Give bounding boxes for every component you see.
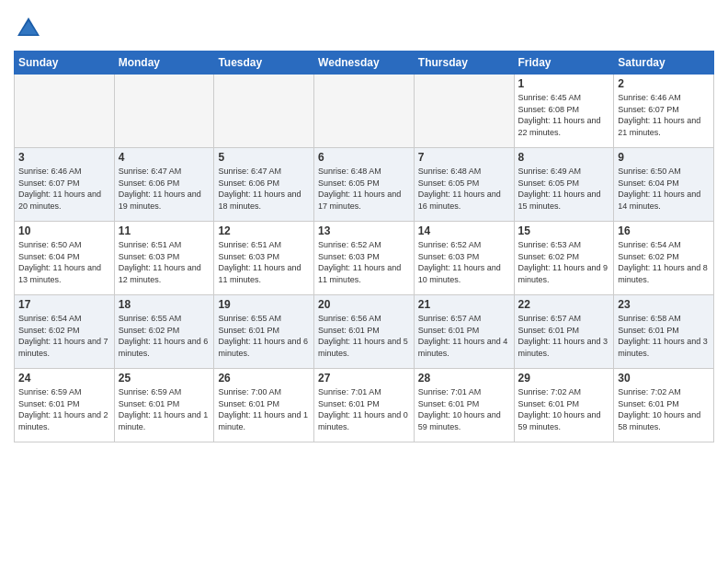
calendar-cell: 22Sunrise: 6:57 AMSunset: 6:01 PMDayligh… xyxy=(514,295,614,369)
day-info: Sunrise: 6:59 AMSunset: 6:01 PMDaylight:… xyxy=(18,386,110,432)
day-info: Sunrise: 6:50 AMSunset: 6:04 PMDaylight:… xyxy=(618,166,710,212)
header-wednesday: Wednesday xyxy=(314,52,415,75)
calendar-cell: 2Sunrise: 6:46 AMSunset: 6:07 PMDaylight… xyxy=(614,75,714,148)
header-sunday: Sunday xyxy=(15,52,115,75)
day-number: 26 xyxy=(218,372,310,385)
calendar-cell: 14Sunrise: 6:52 AMSunset: 6:03 PMDayligh… xyxy=(414,222,514,295)
calendar-cell: 29Sunrise: 7:02 AMSunset: 6:01 PMDayligh… xyxy=(514,369,614,442)
day-info: Sunrise: 6:47 AMSunset: 6:06 PMDaylight:… xyxy=(119,166,210,212)
calendar-week-5: 24Sunrise: 6:59 AMSunset: 6:01 PMDayligh… xyxy=(15,369,714,442)
header-tuesday: Tuesday xyxy=(214,52,314,75)
calendar-cell: 20Sunrise: 6:56 AMSunset: 6:01 PMDayligh… xyxy=(314,295,415,369)
logo xyxy=(14,14,47,43)
day-number: 12 xyxy=(218,224,310,237)
calendar-cell: 6Sunrise: 6:48 AMSunset: 6:05 PMDaylight… xyxy=(314,148,415,222)
day-number: 27 xyxy=(318,372,410,385)
calendar-cell: 21Sunrise: 6:57 AMSunset: 6:01 PMDayligh… xyxy=(414,295,514,369)
calendar-cell: 17Sunrise: 6:54 AMSunset: 6:02 PMDayligh… xyxy=(15,295,115,369)
day-info: Sunrise: 6:47 AMSunset: 6:06 PMDaylight:… xyxy=(218,166,310,212)
calendar-cell xyxy=(114,75,214,148)
calendar-cell: 10Sunrise: 6:50 AMSunset: 6:04 PMDayligh… xyxy=(15,222,115,295)
day-number: 2 xyxy=(618,77,710,90)
day-number: 3 xyxy=(18,151,110,164)
day-info: Sunrise: 6:48 AMSunset: 6:05 PMDaylight:… xyxy=(318,166,410,212)
calendar-cell: 30Sunrise: 7:02 AMSunset: 6:01 PMDayligh… xyxy=(614,369,714,442)
day-number: 17 xyxy=(18,298,110,311)
calendar-week-4: 17Sunrise: 6:54 AMSunset: 6:02 PMDayligh… xyxy=(15,295,714,369)
calendar-cell: 25Sunrise: 6:59 AMSunset: 6:01 PMDayligh… xyxy=(114,369,214,442)
day-info: Sunrise: 6:55 AMSunset: 6:01 PMDaylight:… xyxy=(218,313,310,359)
calendar-cell: 12Sunrise: 6:51 AMSunset: 6:03 PMDayligh… xyxy=(214,222,314,295)
day-info: Sunrise: 6:57 AMSunset: 6:01 PMDaylight:… xyxy=(518,313,610,359)
day-info: Sunrise: 6:49 AMSunset: 6:05 PMDaylight:… xyxy=(518,166,610,212)
calendar-cell: 19Sunrise: 6:55 AMSunset: 6:01 PMDayligh… xyxy=(214,295,314,369)
day-info: Sunrise: 7:01 AMSunset: 6:01 PMDaylight:… xyxy=(418,386,510,432)
day-info: Sunrise: 7:02 AMSunset: 6:01 PMDaylight:… xyxy=(518,386,610,432)
day-info: Sunrise: 6:58 AMSunset: 6:01 PMDaylight:… xyxy=(618,313,710,359)
day-info: Sunrise: 6:56 AMSunset: 6:01 PMDaylight:… xyxy=(318,313,410,359)
day-number: 22 xyxy=(518,298,610,311)
day-info: Sunrise: 6:46 AMSunset: 6:07 PMDaylight:… xyxy=(618,92,710,138)
day-number: 14 xyxy=(418,224,510,237)
calendar-cell: 5Sunrise: 6:47 AMSunset: 6:06 PMDaylight… xyxy=(214,148,314,222)
day-info: Sunrise: 6:54 AMSunset: 6:02 PMDaylight:… xyxy=(618,239,710,285)
calendar-cell: 1Sunrise: 6:45 AMSunset: 6:08 PMDaylight… xyxy=(514,75,614,148)
calendar-cell: 24Sunrise: 6:59 AMSunset: 6:01 PMDayligh… xyxy=(15,369,115,442)
calendar-cell: 23Sunrise: 6:58 AMSunset: 6:01 PMDayligh… xyxy=(614,295,714,369)
calendar-week-2: 3Sunrise: 6:46 AMSunset: 6:07 PMDaylight… xyxy=(15,148,714,222)
day-number: 28 xyxy=(418,372,510,385)
calendar-week-1: 1Sunrise: 6:45 AMSunset: 6:08 PMDaylight… xyxy=(15,75,714,148)
header xyxy=(14,9,714,43)
calendar-cell: 8Sunrise: 6:49 AMSunset: 6:05 PMDaylight… xyxy=(514,148,614,222)
calendar-page: SundayMondayTuesdayWednesdayThursdayFrid… xyxy=(0,0,728,456)
day-info: Sunrise: 6:46 AMSunset: 6:07 PMDaylight:… xyxy=(18,166,110,212)
calendar-cell: 26Sunrise: 7:00 AMSunset: 6:01 PMDayligh… xyxy=(214,369,314,442)
day-number: 29 xyxy=(518,372,610,385)
day-number: 6 xyxy=(318,151,410,164)
day-info: Sunrise: 7:01 AMSunset: 6:01 PMDaylight:… xyxy=(318,386,410,432)
day-info: Sunrise: 6:57 AMSunset: 6:01 PMDaylight:… xyxy=(418,313,510,359)
day-info: Sunrise: 6:51 AMSunset: 6:03 PMDaylight:… xyxy=(119,239,210,285)
calendar-table: SundayMondayTuesdayWednesdayThursdayFrid… xyxy=(14,51,714,442)
day-info: Sunrise: 6:48 AMSunset: 6:05 PMDaylight:… xyxy=(418,166,510,212)
day-number: 24 xyxy=(18,372,110,385)
calendar-cell: 15Sunrise: 6:53 AMSunset: 6:02 PMDayligh… xyxy=(514,222,614,295)
calendar-cell: 4Sunrise: 6:47 AMSunset: 6:06 PMDaylight… xyxy=(114,148,214,222)
calendar-cell: 28Sunrise: 7:01 AMSunset: 6:01 PMDayligh… xyxy=(414,369,514,442)
day-info: Sunrise: 6:54 AMSunset: 6:02 PMDaylight:… xyxy=(18,313,110,359)
header-friday: Friday xyxy=(514,52,614,75)
header-row: SundayMondayTuesdayWednesdayThursdayFrid… xyxy=(15,52,714,75)
logo-icon xyxy=(14,14,43,43)
day-number: 1 xyxy=(518,77,610,90)
calendar-cell: 18Sunrise: 6:55 AMSunset: 6:02 PMDayligh… xyxy=(114,295,214,369)
calendar-cell: 13Sunrise: 6:52 AMSunset: 6:03 PMDayligh… xyxy=(314,222,415,295)
day-info: Sunrise: 6:45 AMSunset: 6:08 PMDaylight:… xyxy=(518,92,610,138)
calendar-week-3: 10Sunrise: 6:50 AMSunset: 6:04 PMDayligh… xyxy=(15,222,714,295)
day-info: Sunrise: 6:50 AMSunset: 6:04 PMDaylight:… xyxy=(18,239,110,285)
header-monday: Monday xyxy=(114,52,214,75)
day-number: 19 xyxy=(218,298,310,311)
day-number: 5 xyxy=(218,151,310,164)
day-number: 9 xyxy=(618,151,710,164)
calendar-cell: 16Sunrise: 6:54 AMSunset: 6:02 PMDayligh… xyxy=(614,222,714,295)
day-number: 4 xyxy=(119,151,210,164)
day-number: 21 xyxy=(418,298,510,311)
calendar-cell xyxy=(214,75,314,148)
day-info: Sunrise: 6:52 AMSunset: 6:03 PMDaylight:… xyxy=(318,239,410,285)
day-number: 15 xyxy=(518,224,610,237)
day-number: 8 xyxy=(518,151,610,164)
day-info: Sunrise: 6:59 AMSunset: 6:01 PMDaylight:… xyxy=(119,386,210,432)
day-info: Sunrise: 6:53 AMSunset: 6:02 PMDaylight:… xyxy=(518,239,610,285)
day-number: 30 xyxy=(618,372,710,385)
calendar-cell xyxy=(314,75,415,148)
day-info: Sunrise: 6:51 AMSunset: 6:03 PMDaylight:… xyxy=(218,239,310,285)
day-number: 10 xyxy=(18,224,110,237)
calendar-cell: 11Sunrise: 6:51 AMSunset: 6:03 PMDayligh… xyxy=(114,222,214,295)
day-number: 7 xyxy=(418,151,510,164)
calendar-cell: 3Sunrise: 6:46 AMSunset: 6:07 PMDaylight… xyxy=(15,148,115,222)
calendar-cell: 27Sunrise: 7:01 AMSunset: 6:01 PMDayligh… xyxy=(314,369,415,442)
day-number: 25 xyxy=(119,372,210,385)
day-number: 11 xyxy=(119,224,210,237)
day-info: Sunrise: 7:02 AMSunset: 6:01 PMDaylight:… xyxy=(618,386,710,432)
header-thursday: Thursday xyxy=(414,52,514,75)
